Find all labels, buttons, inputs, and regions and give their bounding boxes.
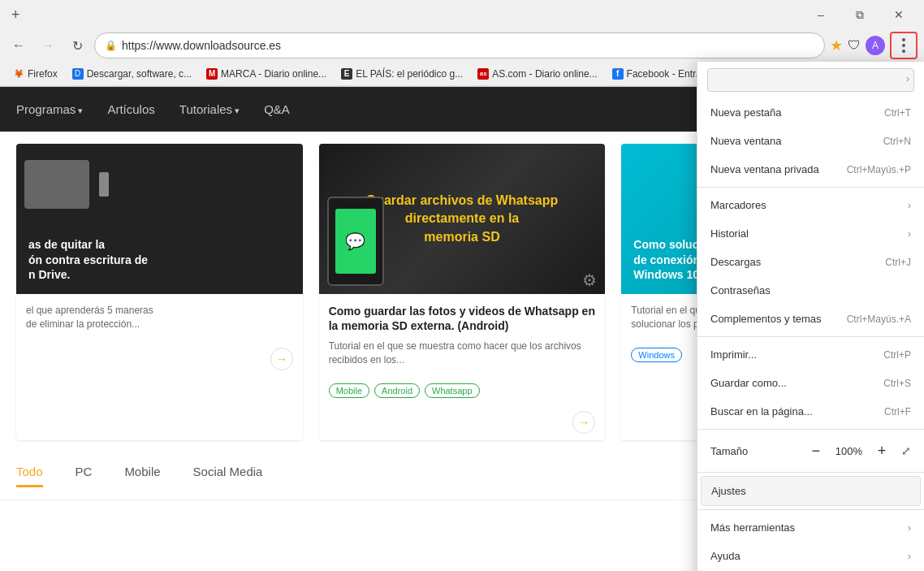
bookmark-descargar[interactable]: D Descargar, software, c... <box>66 67 198 81</box>
card-whatsapp-body: Como guardar las fotos y videos de Whats… <box>319 294 606 377</box>
reload-button[interactable]: ↻ <box>65 33 89 58</box>
ascom-favicon: as <box>477 68 489 80</box>
size-value: 100% <box>835 445 862 457</box>
menu-item-bookmarks[interactable]: Marcadores › <box>697 191 924 219</box>
menu-item-settings[interactable]: Ajustes <box>701 476 921 506</box>
nav-bar: ← → ↻ 🔒 https://www.downloadsource.es ★ … <box>0 29 924 62</box>
card-drive-body: el que aprenderás 5 manerasde eliminar l… <box>16 294 303 341</box>
bookmark-label: EL PAÍS: el periódico g... <box>356 68 463 80</box>
menu-item-addons[interactable]: Complementos y temas Ctrl+Mayús.+A <box>697 305 924 333</box>
back-button[interactable]: ← <box>6 33 31 58</box>
nav-tutoriales[interactable]: Tutoriales <box>179 98 240 120</box>
nav-qa[interactable]: Q&A <box>264 98 290 120</box>
menu-divider-2 <box>697 336 924 337</box>
menu-item-label: Guardar como... <box>710 377 787 389</box>
card-whatsapp-arrow: → <box>319 404 606 440</box>
menu-divider-3 <box>697 429 924 430</box>
menu-item-shortcut: Ctrl+P <box>883 349 911 361</box>
new-tab-button[interactable]: + <box>6 5 25 25</box>
nav-articulos[interactable]: Artículos <box>107 98 154 120</box>
menu-item-size: Tamaño − 100% + ⤢ <box>697 433 924 469</box>
card-drive-image: as de quitar laón contra escritura den D… <box>16 144 303 294</box>
menu-item-label: Historial <box>710 227 749 240</box>
tab-social-media[interactable]: Social Media <box>193 465 263 487</box>
address-text: https://www.downloadsource.es <box>122 39 814 52</box>
menu-item-private-window[interactable]: Nueva ventana privada Ctrl+Mayús.+P <box>697 155 924 184</box>
tab-pc[interactable]: PC <box>76 465 93 487</box>
menu-item-passwords[interactable]: Contraseñas <box>697 276 924 305</box>
firefox-favicon: 🦊 <box>13 68 24 80</box>
tab-mobile[interactable]: Mobile <box>124 465 160 487</box>
card-drive-title: as de quitar laón contra escritura den D… <box>28 237 148 282</box>
menu-item-shortcut: Ctrl+F <box>884 406 911 417</box>
bookmark-firefox[interactable]: 🦊 Firefox <box>6 67 64 81</box>
card-whatsapp-image: Guardar archivos de Whatsappdirectamente… <box>319 144 606 294</box>
bookmark-ascom[interactable]: as AS.com - Diario online... <box>471 67 603 81</box>
menu-item-history[interactable]: Historial › <box>697 219 924 248</box>
menu-more-arrow[interactable]: › <box>906 73 909 84</box>
lock-icon: 🔒 <box>105 40 117 51</box>
menu-item-help[interactable]: Ayuda › <box>697 542 924 570</box>
menu-item-shortcut: Ctrl+J <box>885 257 911 268</box>
tab-todo[interactable]: Todo <box>16 465 43 487</box>
size-decrease-button[interactable]: − <box>806 441 826 461</box>
card-drive-text: el que aprenderás 5 manerasde eliminar l… <box>26 304 293 331</box>
card-drive: as de quitar laón contra escritura den D… <box>16 144 303 440</box>
bookmark-star-button[interactable]: ★ <box>830 37 843 54</box>
menu-item-label: Ayuda <box>710 550 740 562</box>
minimize-button[interactable]: – <box>802 0 840 29</box>
menu-item-label: Descargas <box>710 256 761 268</box>
menu-item-print[interactable]: Imprimir... Ctrl+P <box>697 340 924 369</box>
menu-item-label: Complementos y temas <box>710 313 822 325</box>
card-whatsapp: Guardar archivos de Whatsappdirectamente… <box>319 144 606 440</box>
menu-item-find[interactable]: Buscar en la página... Ctrl+F <box>697 397 924 426</box>
bookmark-marca[interactable]: M MARCA - Diario online... <box>200 67 333 81</box>
card-whatsapp-text: Tutorial en el que se muestra como hacer… <box>329 340 596 367</box>
menu-item-downloads[interactable]: Descargas Ctrl+J <box>697 248 924 276</box>
menu-item-label: Nueva ventana <box>710 135 781 147</box>
menu-item-more-tools[interactable]: Más herramientas › <box>697 513 924 542</box>
menu-item-save[interactable]: Guardar como... Ctrl+S <box>697 369 924 397</box>
menu-item-new-window[interactable]: Nueva ventana Ctrl+N <box>697 127 924 155</box>
menu-item-label: Nueva pestaña <box>710 106 781 119</box>
tag-whatsapp[interactable]: Whatsapp <box>425 383 480 398</box>
menu-item-label: Contraseñas <box>710 284 771 296</box>
menu-divider-5 <box>697 509 924 510</box>
close-button[interactable]: ✕ <box>880 0 918 29</box>
card-whatsapp-arrow-button[interactable]: → <box>572 411 595 434</box>
card-drive-arrow-button[interactable]: → <box>270 348 293 370</box>
bookmark-label: MARCA - Diario online... <box>221 68 326 80</box>
menu-item-shortcut: Ctrl+Mayús.+P <box>847 164 911 175</box>
menu-search-input[interactable] <box>707 68 914 92</box>
card-drive-arrow: → <box>16 341 303 377</box>
title-bar: + – ⧉ ✕ <box>0 0 924 29</box>
card-whatsapp-bg: Guardar archivos de Whatsappdirectamente… <box>319 144 606 294</box>
tag-mobile[interactable]: Mobile <box>329 383 369 398</box>
size-control: − 100% + ⤢ <box>806 441 911 461</box>
nav-programas[interactable]: Programas <box>16 98 83 120</box>
size-expand-button[interactable]: ⤢ <box>901 444 911 457</box>
card-drive-bg: as de quitar laón contra escritura den D… <box>16 144 303 294</box>
submenu-arrow: › <box>908 228 911 240</box>
forward-button[interactable]: → <box>36 33 60 58</box>
main-menu-button[interactable] <box>890 32 918 59</box>
maximize-button[interactable]: ⧉ <box>841 0 879 29</box>
menu-item-label: Tamaño <box>710 445 748 457</box>
menu-item-label: Más herramientas <box>710 521 795 534</box>
facebook-favicon: f <box>612 68 624 80</box>
card-whatsapp-overlay-title: Guardar archivos de Whatsappdirectamente… <box>358 184 567 254</box>
bookmark-elpais[interactable]: E EL PAÍS: el periódico g... <box>335 67 469 81</box>
menu-divider-4 <box>697 472 924 473</box>
address-bar[interactable]: 🔒 https://www.downloadsource.es <box>94 32 825 58</box>
card-whatsapp-tags: Mobile Android Whatsapp <box>319 377 606 404</box>
tag-android[interactable]: Android <box>374 383 420 398</box>
menu-item-new-tab[interactable]: Nueva pestaña Ctrl+T <box>697 98 924 127</box>
marca-favicon: M <box>206 68 218 80</box>
tag-windows[interactable]: Windows <box>631 348 682 362</box>
submenu-arrow: › <box>908 522 911 534</box>
shield-button[interactable]: 🛡 <box>848 38 861 53</box>
size-increase-button[interactable]: + <box>872 441 892 461</box>
elpais-favicon: E <box>341 68 352 80</box>
menu-item-shortcut: Ctrl+Mayús.+A <box>847 314 911 325</box>
profile-avatar-button[interactable]: A <box>866 36 885 55</box>
